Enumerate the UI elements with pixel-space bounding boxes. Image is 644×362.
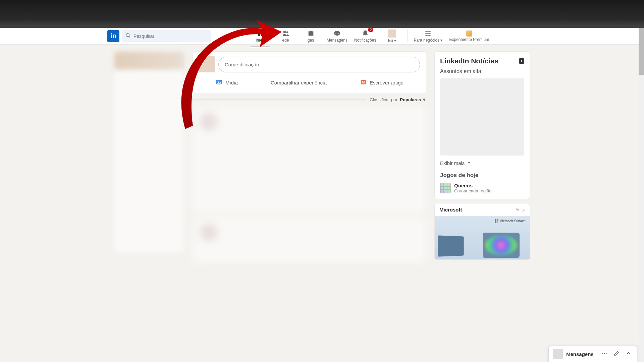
news-title: LinkedIn Notícias [440, 57, 498, 65]
svg-rect-9 [428, 31, 429, 32]
queens-icon [440, 183, 451, 193]
feed-post-blurred [193, 216, 426, 263]
post-media-label: Mídia [225, 80, 238, 85]
nav-divider [407, 29, 408, 42]
people-icon [282, 30, 290, 37]
main-content: Come iblicação Mídia Compartilhar experi… [107, 45, 537, 266]
info-icon[interactable]: i [519, 58, 524, 64]
bell-icon [362, 30, 369, 37]
image-icon [215, 78, 223, 87]
search-input[interactable] [133, 34, 208, 39]
nav-jobs-label: gas [308, 38, 314, 43]
svg-point-5 [335, 33, 336, 33]
feed-column: Come iblicação Mídia Compartilhar experi… [193, 51, 426, 266]
svg-line-1 [129, 36, 130, 37]
header: in Início ede gas Mensagens [0, 28, 644, 45]
nav-notifications-label: Notificações [354, 38, 376, 43]
sort-value: Populares [400, 97, 421, 102]
nav-business[interactable]: Para negócios ▾ [410, 29, 446, 43]
svg-point-2 [283, 31, 285, 33]
game-desc: Coroar cada região [454, 188, 491, 193]
svg-point-18 [218, 81, 219, 82]
game-name: Queens [454, 183, 491, 188]
ad-brand: Microsoft [439, 207, 462, 213]
game-queens[interactable]: Queens Coroar cada região [440, 183, 524, 193]
svg-rect-22 [364, 81, 365, 82]
svg-point-0 [126, 34, 129, 37]
post-media-button[interactable]: Mídia [212, 76, 241, 89]
ad-card[interactable]: Microsoft Ad ▷ Microsoft Surface [434, 203, 530, 260]
article-icon [360, 78, 367, 87]
sort-label: Classificar por: [370, 97, 398, 102]
surface-logo: Microsoft Surface [495, 219, 526, 223]
svg-rect-24 [362, 83, 365, 83]
scroll-thumb[interactable] [639, 28, 644, 75]
nav-me-label: Eu ▾ [388, 38, 396, 43]
svg-rect-10 [430, 31, 431, 32]
nav-notifications[interactable]: 2 Notificações [351, 29, 379, 43]
me-avatar [388, 29, 396, 38]
nav-premium-label: Experimente Premium [449, 37, 489, 42]
user-avatar[interactable] [199, 56, 215, 72]
nav-home-label: Início [256, 38, 265, 43]
header-nav: Início ede gas Mensagens 2 Notificações [248, 29, 492, 43]
svg-rect-15 [428, 35, 429, 36]
svg-rect-13 [430, 33, 431, 34]
left-sidebar [114, 51, 184, 266]
show-more-label: Exibir mais [440, 160, 465, 166]
post-experience-button[interactable]: Compartilhar experiência [267, 76, 330, 89]
grid-icon [425, 30, 431, 37]
svg-rect-21 [364, 81, 365, 81]
ad-choices-icon[interactable]: ▷ [522, 207, 525, 212]
svg-rect-12 [428, 33, 429, 34]
start-post-button[interactable]: Come iblicação [218, 57, 420, 72]
start-post-box: Come iblicação Mídia Compartilhar experi… [193, 51, 426, 94]
search-icon [125, 33, 131, 40]
ad-label: Ad ▷ [516, 207, 525, 213]
feed-post-blurred [193, 106, 426, 213]
ad-creative: Microsoft Surface [435, 216, 530, 259]
nav-home[interactable]: Início [248, 29, 273, 43]
linkedin-logo[interactable]: in [107, 30, 119, 42]
svg-point-3 [286, 31, 288, 33]
svg-rect-11 [426, 33, 427, 34]
games-title: Jogos de hoje [440, 172, 524, 179]
microsoft-icon [495, 219, 498, 223]
messaging-icon [333, 30, 341, 37]
chevron-down-icon [467, 160, 471, 166]
svg-point-6 [337, 33, 337, 33]
nav-messaging-label: Mensagens [327, 38, 347, 43]
sort-divider-line [193, 100, 366, 100]
profile-card-blurred [114, 51, 184, 252]
svg-rect-23 [362, 82, 365, 83]
news-subtitle: Assuntos em alta [440, 68, 524, 74]
nav-me[interactable]: Eu ▾ [379, 29, 405, 43]
post-article-label: Escrever artigo [370, 80, 404, 85]
post-experience-label: Compartilhar experiência [271, 80, 327, 85]
right-sidebar: LinkedIn Notícias i Assuntos em alta Exi… [434, 51, 530, 266]
feed-sort-row[interactable]: Classificar por: Populares ▼ [193, 97, 426, 102]
search-box[interactable] [122, 30, 211, 42]
home-icon [257, 30, 264, 37]
nav-premium[interactable]: Experimente Premium [446, 29, 492, 43]
svg-rect-16 [430, 35, 431, 36]
caret-down-icon: ▼ [422, 97, 426, 102]
svg-rect-20 [362, 81, 363, 82]
news-list-placeholder [440, 78, 524, 156]
svg-rect-8 [426, 31, 427, 32]
show-more-button[interactable]: Exibir mais [440, 160, 524, 166]
nav-network-label: ede [282, 38, 289, 43]
briefcase-icon [307, 30, 315, 37]
svg-point-7 [338, 33, 338, 33]
premium-icon [466, 31, 472, 37]
post-article-button[interactable]: Escrever artigo [356, 76, 407, 89]
nav-network[interactable]: ede [273, 29, 298, 43]
news-card: LinkedIn Notícias i Assuntos em alta Exi… [434, 51, 530, 199]
notifications-badge: 2 [368, 28, 373, 32]
nav-messaging[interactable]: Mensagens [323, 29, 351, 43]
svg-rect-19 [361, 80, 366, 84]
nav-jobs[interactable]: gas [298, 29, 323, 43]
scrollbar[interactable] [639, 28, 644, 266]
nav-business-label: Para negócios ▾ [414, 38, 442, 43]
browser-dark-area [0, 0, 644, 28]
